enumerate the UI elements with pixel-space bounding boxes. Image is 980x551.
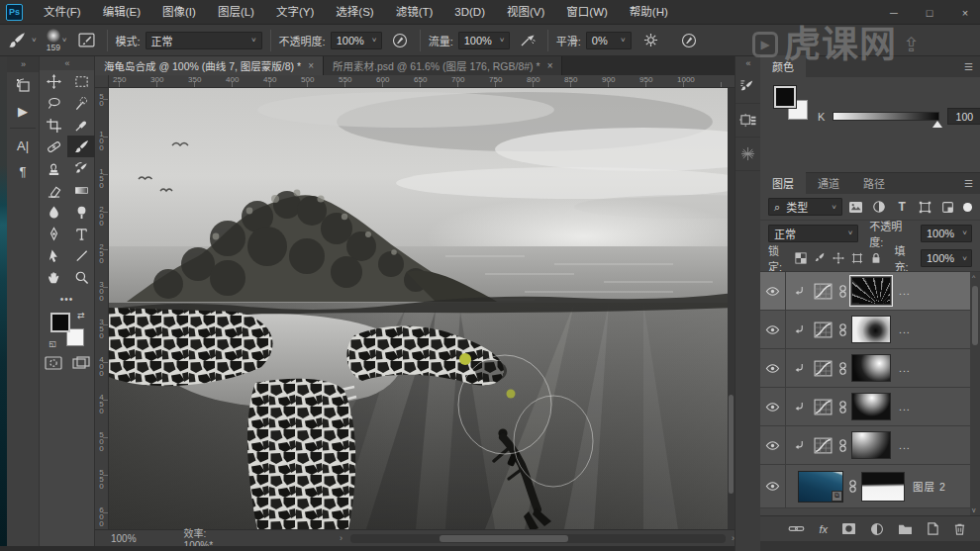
menu-view[interactable]: 视图(V): [496, 0, 555, 25]
screen-mode-button[interactable]: [72, 356, 90, 370]
scroll-up-icon[interactable]: ^: [972, 274, 975, 281]
close-button[interactable]: ×: [958, 7, 972, 19]
canvas-vertical-scrollbar[interactable]: [728, 88, 735, 529]
menu-filter[interactable]: 滤镜(T): [385, 0, 444, 25]
layer-mask-thumbnail[interactable]: [851, 354, 891, 382]
hand-tool[interactable]: [40, 266, 67, 288]
blur-tool[interactable]: [40, 201, 67, 223]
menu-file[interactable]: 文件(F): [33, 0, 92, 25]
curves-adjustment-thumbnail[interactable]: [812, 281, 833, 301]
scroll-down-icon[interactable]: v: [972, 506, 976, 513]
eraser-tool[interactable]: [40, 179, 67, 201]
menu-select[interactable]: 选择(S): [325, 0, 384, 25]
layer-name[interactable]: ...: [899, 285, 911, 297]
layer-name[interactable]: ...: [899, 401, 911, 413]
layer-fill-select[interactable]: 100%˅: [921, 249, 972, 267]
add-adjustment-button[interactable]: [870, 522, 884, 536]
scrollbar-thumb[interactable]: [972, 286, 978, 345]
menu-layer[interactable]: 图层(L): [207, 0, 265, 25]
snowflake-panel-button[interactable]: [735, 138, 760, 171]
layer-mask-thumbnail[interactable]: [851, 393, 891, 420]
panel-menu-icon[interactable]: ☰: [964, 178, 974, 189]
default-colors-icon[interactable]: ◱: [49, 339, 57, 348]
visibility-toggle[interactable]: [760, 311, 786, 348]
curves-adjustment-thumbnail[interactable]: [812, 435, 833, 455]
link-layers-button[interactable]: [788, 523, 805, 534]
vertical-ruler[interactable]: 50100 150200 250300 350400 450500 550600: [95, 88, 109, 529]
lock-position-icon[interactable]: [833, 252, 844, 264]
lock-pixels-icon[interactable]: [814, 252, 826, 264]
lasso-tool[interactable]: [40, 92, 67, 114]
dodge-tool[interactable]: [67, 201, 95, 223]
mask-link-icon[interactable]: [833, 361, 851, 376]
smoothing-select[interactable]: 0%˅: [586, 32, 632, 49]
maximize-button[interactable]: □: [923, 7, 936, 19]
menu-help[interactable]: 帮助(H): [619, 0, 679, 25]
airbrush-button[interactable]: [516, 29, 539, 52]
layer-row-1[interactable]: ...: [760, 272, 980, 311]
close-tab-icon[interactable]: ×: [308, 60, 314, 71]
layer-mask-thumbnail[interactable]: [851, 277, 891, 305]
close-tab-icon[interactable]: ×: [547, 60, 553, 71]
quick-selection-tool[interactable]: [67, 92, 95, 114]
chevron-down-icon[interactable]: ˅: [62, 36, 67, 45]
layer-filter-select[interactable]: ⌕ 类型 ˅: [768, 198, 842, 216]
layer-mask-thumbnail[interactable]: [851, 431, 891, 459]
canvas-viewport[interactable]: [109, 88, 735, 529]
layer-row-4[interactable]: ...: [760, 388, 980, 426]
lock-transparency-icon[interactable]: [795, 252, 807, 264]
add-mask-button[interactable]: [841, 522, 856, 535]
layer-mask-thumbnail[interactable]: [861, 472, 905, 502]
foreground-color-swatch[interactable]: [774, 86, 796, 108]
smoothing-gear-button[interactable]: [639, 29, 663, 52]
layer-row-6[interactable]: ⧉ 图层 2: [760, 465, 980, 508]
layer-row-5[interactable]: ...: [760, 426, 980, 465]
tab-paths[interactable]: 路径: [851, 172, 897, 194]
pen-tool[interactable]: [40, 223, 67, 244]
mask-link-icon[interactable]: [833, 322, 851, 337]
flow-select[interactable]: 100%˅: [458, 32, 510, 49]
visibility-toggle[interactable]: [760, 349, 786, 387]
layer-opacity-select[interactable]: 100%˅: [921, 225, 972, 242]
tab-channels[interactable]: 通道: [806, 172, 851, 194]
document-tab-active[interactable]: 海龟岛合成 @ 100% (曲线 7, 图层蒙版/8) * ×: [95, 56, 324, 75]
new-layer-button[interactable]: [927, 522, 939, 535]
layers-scrollbar[interactable]: ^ v: [970, 272, 980, 515]
zoom-tool[interactable]: [67, 266, 95, 288]
gradient-tool[interactable]: [67, 179, 95, 201]
k-value-field[interactable]: 100: [947, 108, 980, 125]
color-swatches[interactable]: ⇄ ◱: [50, 313, 84, 346]
visibility-toggle[interactable]: [760, 388, 786, 425]
history-brush-tool[interactable]: [67, 157, 95, 179]
tab-layers[interactable]: 图层: [760, 172, 806, 194]
visibility-toggle[interactable]: [760, 465, 786, 507]
layer-name[interactable]: 图层 2: [913, 479, 946, 494]
canvas-horizontal-scrollbar[interactable]: [350, 534, 726, 543]
foreground-color-swatch[interactable]: [50, 313, 70, 332]
horizontal-ruler[interactable]: 250300 350400 450500 550600 650700 75080…: [109, 75, 735, 88]
line-tool[interactable]: [67, 244, 95, 266]
clone-stamp-tool[interactable]: [40, 157, 67, 179]
filter-smart-objects-icon[interactable]: [938, 199, 956, 216]
curves-adjustment-thumbnail[interactable]: [812, 358, 833, 378]
mask-link-icon[interactable]: [843, 479, 861, 494]
filter-shape-layers-icon[interactable]: [916, 199, 933, 216]
layer-blend-mode-select[interactable]: 正常˅: [768, 225, 858, 242]
swap-colors-icon[interactable]: ⇄: [77, 311, 85, 321]
ps-app-icon[interactable]: Ps: [6, 4, 23, 21]
pressure-opacity-button[interactable]: [388, 29, 412, 52]
filter-type-layers-icon[interactable]: T: [893, 199, 911, 216]
layer-row-3[interactable]: ...: [760, 349, 980, 388]
layer-name[interactable]: ...: [899, 439, 911, 451]
blend-mode-select[interactable]: 正常˅: [146, 32, 262, 49]
scrollbar-thumb[interactable]: [729, 395, 734, 494]
layer-mask-thumbnail[interactable]: [851, 316, 891, 343]
lock-all-icon[interactable]: [870, 252, 882, 264]
mask-link-icon[interactable]: [833, 438, 851, 453]
move-tool[interactable]: [40, 70, 67, 92]
layer-image-thumbnail[interactable]: ⧉: [798, 471, 843, 503]
eyedropper-tool[interactable]: [67, 114, 95, 136]
collapse-dock-button[interactable]: «: [735, 56, 760, 70]
opacity-select[interactable]: 100%˅: [331, 32, 382, 49]
filter-toggle-icon[interactable]: [963, 203, 972, 212]
